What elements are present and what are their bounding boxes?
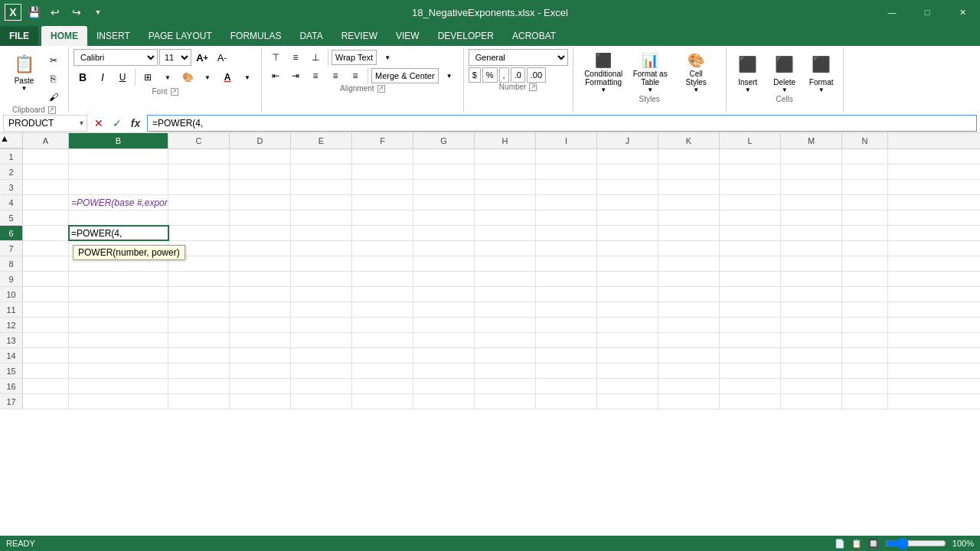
cell-B12[interactable] — [69, 318, 168, 332]
row-header-1[interactable]: 1 — [0, 149, 23, 164]
cell-F5[interactable] — [352, 210, 413, 225]
fill-dropdown-btn[interactable]: ▼ — [198, 69, 217, 86]
cell-G9[interactable] — [413, 272, 475, 286]
cell-J2[interactable] — [597, 165, 658, 179]
col-header-a[interactable]: A — [23, 133, 69, 148]
align-bottom-btn[interactable]: ⊥ — [306, 49, 325, 66]
delete-btn[interactable]: ⬛ Delete ▼ — [768, 49, 802, 95]
col-header-j[interactable]: J — [597, 133, 658, 148]
col-header-b[interactable]: B — [69, 133, 168, 148]
cell-M15[interactable] — [781, 364, 842, 378]
cell-F11[interactable] — [352, 302, 413, 317]
cell-M5[interactable] — [781, 210, 842, 225]
cell-N10[interactable] — [842, 287, 888, 302]
cell-E7[interactable] — [291, 241, 352, 256]
cell-N12[interactable] — [842, 318, 888, 332]
row-header-16[interactable]: 16 — [0, 379, 23, 393]
tab-file[interactable]: FILE — [0, 26, 38, 46]
cell-H9[interactable] — [475, 272, 536, 286]
cell-M2[interactable] — [781, 165, 842, 179]
cell-H16[interactable] — [475, 379, 536, 393]
cell-A6[interactable] — [23, 226, 69, 240]
col-header-h[interactable]: H — [475, 133, 536, 148]
row-header-12[interactable]: 12 — [0, 318, 23, 332]
cell-A10[interactable] — [23, 287, 69, 302]
cell-C16[interactable] — [168, 379, 230, 393]
cell-H7[interactable] — [475, 241, 536, 256]
cell-J6[interactable] — [597, 226, 658, 240]
cell-L10[interactable] — [720, 287, 781, 302]
cell-G5[interactable] — [413, 210, 475, 225]
cell-F10[interactable] — [352, 287, 413, 302]
cell-M10[interactable] — [781, 287, 842, 302]
cell-M1[interactable] — [781, 149, 842, 164]
merge-dropdown-btn[interactable]: ▼ — [440, 67, 459, 84]
cell-I14[interactable] — [536, 348, 597, 363]
cell-D10[interactable] — [230, 287, 291, 302]
cell-M9[interactable] — [781, 272, 842, 286]
col-header-i[interactable]: I — [536, 133, 597, 148]
row-header-6[interactable]: 6 — [0, 226, 23, 240]
cell-M12[interactable] — [781, 318, 842, 332]
cell-K10[interactable] — [658, 287, 720, 302]
cell-M13[interactable] — [781, 333, 842, 347]
cell-E15[interactable] — [291, 364, 352, 378]
cell-E2[interactable] — [291, 165, 352, 179]
format-painter-button[interactable]: 🖌 — [44, 89, 63, 106]
cell-C15[interactable] — [168, 364, 230, 378]
cell-D13[interactable] — [230, 333, 291, 347]
percent-btn[interactable]: % — [482, 67, 498, 83]
cell-B2[interactable] — [69, 165, 168, 179]
cell-B14[interactable] — [69, 348, 168, 363]
cell-D1[interactable] — [230, 149, 291, 164]
cell-L4[interactable] — [720, 195, 781, 210]
cell-K11[interactable] — [658, 302, 720, 317]
cell-F6[interactable] — [352, 226, 413, 240]
cell-F12[interactable] — [352, 318, 413, 332]
cell-D4[interactable] — [230, 195, 291, 210]
cell-D5[interactable] — [230, 210, 291, 225]
cell-M14[interactable] — [781, 348, 842, 363]
cell-I5[interactable] — [536, 210, 597, 225]
cell-L2[interactable] — [720, 165, 781, 179]
font-name-select[interactable]: Calibri — [74, 49, 158, 66]
cell-B17[interactable] — [69, 394, 168, 409]
cell-B11[interactable] — [69, 302, 168, 317]
cell-I8[interactable] — [536, 256, 597, 271]
cell-G13[interactable] — [413, 333, 475, 347]
cell-C5[interactable] — [168, 210, 230, 225]
cell-G1[interactable] — [413, 149, 475, 164]
bold-button[interactable]: B — [74, 69, 92, 86]
align-center-btn[interactable]: ≡ — [326, 67, 345, 84]
align-left-btn[interactable]: ≡ — [306, 67, 325, 84]
cell-M4[interactable] — [781, 195, 842, 210]
cell-G11[interactable] — [413, 302, 475, 317]
cell-L1[interactable] — [720, 149, 781, 164]
cell-B13[interactable] — [69, 333, 168, 347]
cell-D2[interactable] — [230, 165, 291, 179]
cell-J1[interactable] — [597, 149, 658, 164]
cell-A8[interactable] — [23, 256, 69, 271]
row-header-2[interactable]: 2 — [0, 165, 23, 179]
tab-acrobat[interactable]: ACROBAT — [503, 26, 565, 46]
format-btn[interactable]: ⬛ Format ▼ — [805, 49, 838, 95]
cell-D9[interactable] — [230, 272, 291, 286]
cell-G8[interactable] — [413, 256, 475, 271]
cell-J5[interactable] — [597, 210, 658, 225]
wrap-dropdown-btn[interactable]: ▼ — [378, 49, 397, 66]
cell-J14[interactable] — [597, 348, 658, 363]
cell-G4[interactable] — [413, 195, 475, 210]
cell-K1[interactable] — [658, 149, 720, 164]
close-btn[interactable]: ✕ — [945, 0, 980, 24]
col-header-k[interactable]: K — [658, 133, 720, 148]
cell-N7[interactable] — [842, 241, 888, 256]
cell-N16[interactable] — [842, 379, 888, 393]
cell-G6[interactable] — [413, 226, 475, 240]
cell-J11[interactable] — [597, 302, 658, 317]
cell-N4[interactable] — [842, 195, 888, 210]
currency-btn[interactable]: $ — [469, 67, 481, 83]
cell-B3[interactable] — [69, 180, 168, 194]
row-header-4[interactable]: 4 — [0, 195, 23, 210]
cell-N15[interactable] — [842, 364, 888, 378]
insert-function-btn[interactable]: fx — [127, 116, 144, 131]
